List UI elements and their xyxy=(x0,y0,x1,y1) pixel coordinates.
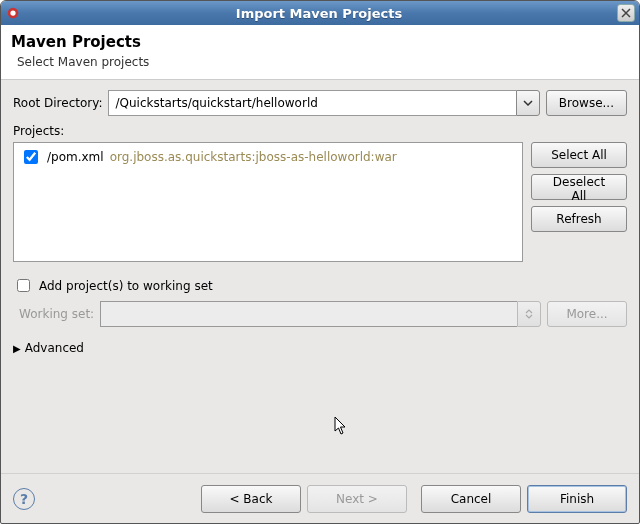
triangle-right-icon: ▶ xyxy=(13,343,21,354)
workingset-dropdown xyxy=(517,301,541,327)
finish-button[interactable]: Finish xyxy=(527,485,627,513)
cancel-button[interactable]: Cancel xyxy=(421,485,521,513)
back-button[interactable]: < Back xyxy=(201,485,301,513)
page-title: Maven Projects xyxy=(11,33,629,51)
next-button: Next > xyxy=(307,485,407,513)
deselect-all-button[interactable]: Deselect All xyxy=(531,174,627,200)
svg-point-1 xyxy=(10,10,15,15)
project-checkbox[interactable] xyxy=(24,150,38,164)
select-all-button[interactable]: Select All xyxy=(531,142,627,168)
project-artifact: org.jboss.as.quickstarts:jboss-as-hellow… xyxy=(110,150,397,164)
window-title: Import Maven Projects xyxy=(21,6,617,21)
titlebar[interactable]: Import Maven Projects xyxy=(1,1,639,25)
workingset-combo xyxy=(100,301,541,327)
refresh-button[interactable]: Refresh xyxy=(531,206,627,232)
root-directory-dropdown[interactable] xyxy=(516,90,540,116)
workingset-more-button: More... xyxy=(547,301,627,327)
workingset-label: Working set: xyxy=(13,307,94,321)
projects-label: Projects: xyxy=(13,124,627,138)
root-directory-input[interactable] xyxy=(108,90,515,116)
workingset-input xyxy=(100,301,517,327)
advanced-expander[interactable]: ▶ Advanced xyxy=(13,341,627,355)
app-icon xyxy=(5,5,21,21)
chevron-down-icon xyxy=(523,100,533,106)
list-item[interactable]: /pom.xml org.jboss.as.quickstarts:jboss-… xyxy=(20,147,516,167)
project-pom-path: /pom.xml xyxy=(47,150,104,164)
root-directory-label: Root Directory: xyxy=(13,96,102,110)
wizard-header: Maven Projects Select Maven projects xyxy=(1,25,639,80)
import-maven-dialog: Import Maven Projects Maven Projects Sel… xyxy=(0,0,640,524)
browse-button[interactable]: Browse... xyxy=(546,90,627,116)
advanced-label: Advanced xyxy=(25,341,84,355)
help-button[interactable]: ? xyxy=(13,488,35,510)
updown-icon xyxy=(525,309,533,319)
add-to-workingset-label: Add project(s) to working set xyxy=(39,279,213,293)
page-subtitle: Select Maven projects xyxy=(11,55,629,69)
add-to-workingset-checkbox[interactable] xyxy=(17,279,30,292)
wizard-footer: ? < Back Next > Cancel Finish xyxy=(1,473,639,523)
root-directory-combo[interactable] xyxy=(108,90,539,116)
projects-tree[interactable]: /pom.xml org.jboss.as.quickstarts:jboss-… xyxy=(13,142,523,262)
close-button[interactable] xyxy=(617,4,635,22)
